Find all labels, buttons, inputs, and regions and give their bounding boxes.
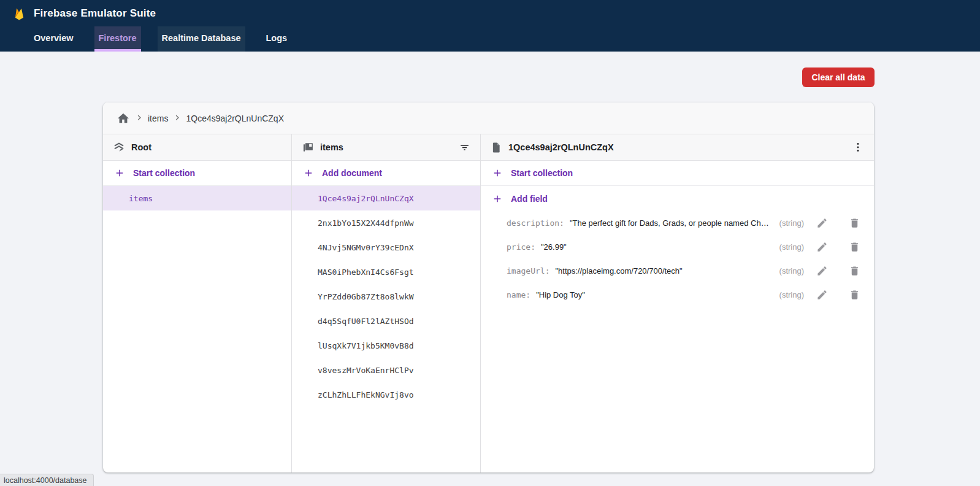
document-list-item[interactable]: zCLhZhLLFhEkNGvIj8vo — [292, 382, 480, 407]
field-type: (string) — [779, 242, 804, 252]
collection-id: items — [129, 194, 153, 203]
firestore-root-icon — [113, 141, 125, 153]
titlebar: Firebase Emulator Suite — [0, 0, 980, 26]
root-panel-title: Root — [131, 142, 151, 152]
nav-tab-label: Logs — [266, 33, 288, 43]
collection-icon — [302, 141, 314, 153]
nav-tab-label: Overview — [34, 33, 74, 43]
document-id: v8veszMrVoKaEnrHClPv — [318, 366, 414, 375]
document-id: lUsqXk7V1jkb5KM0vB8d — [318, 341, 414, 350]
chevron-right-icon — [134, 113, 144, 123]
add-field-button[interactable]: Add field — [481, 186, 874, 211]
breadcrumb-item: items — [134, 113, 168, 123]
document-list-item[interactable]: 1Qce4s9aj2rQLnUnCZqX — [292, 186, 480, 210]
document-list-item[interactable]: 2nx1bYo15X2X44dfpnWw — [292, 210, 480, 235]
plus-icon — [492, 168, 503, 179]
breadcrumb-path: items 1Qce4s9aj2rQLnUnCZqX — [134, 113, 284, 123]
root-panel-header: Root — [103, 134, 291, 161]
field-value: "26.99" — [541, 242, 567, 252]
document-list-item[interactable]: d4q5SqfU0Fl2lAZtHSOd — [292, 309, 480, 333]
collection-list-item[interactable]: items — [103, 186, 291, 210]
filter-icon[interactable] — [457, 141, 472, 155]
document-list-item[interactable]: MAS0iPhebXnI4Cs6Fsgt — [292, 260, 480, 284]
document-id: YrPZdd0Gb87Zt8o8lwkW — [318, 292, 414, 301]
home-icon[interactable] — [117, 112, 130, 125]
document-id: MAS0iPhebXnI4Cs6Fsgt — [318, 268, 414, 277]
field-key: imageUrl — [507, 266, 549, 276]
add-document-button[interactable]: Add document — [292, 161, 480, 186]
field-value: "The perfect gift for Dads, Grads, or pe… — [570, 218, 769, 228]
clear-all-data-button[interactable]: Clear all data — [802, 68, 875, 87]
start-collection-button[interactable]: Start collection — [103, 161, 291, 186]
document-id: d4q5SqfU0Fl2lAZtHSOd — [318, 317, 414, 326]
breadcrumb-link[interactable]: items — [148, 114, 168, 123]
field-type: (string) — [779, 218, 804, 228]
panels: Root Start collection items — [103, 134, 874, 472]
field-row: name "Hip Dog Toy" (string) — [481, 283, 874, 307]
document-id: 2nx1bYo15X2X44dfpnWw — [318, 218, 414, 228]
nav-tab[interactable]: Overview — [29, 26, 78, 52]
collection-panel: items Add document 1Qce4s9aj2rQLnUnCZqX … — [292, 134, 481, 472]
doc-start-collection-button[interactable]: Start collection — [481, 161, 874, 186]
document-icon — [491, 142, 502, 153]
field-key: name — [507, 290, 530, 299]
field-row: imageUrl "https://placeimg.com/720/700/t… — [481, 259, 874, 283]
add-field-label: Add field — [511, 194, 548, 204]
nav-tabs: Overview Firestore Realtime Database Log… — [0, 26, 980, 52]
field-key: description — [507, 218, 564, 228]
edit-field-icon[interactable] — [815, 288, 829, 302]
edit-field-icon[interactable] — [815, 216, 829, 230]
chevron-right-icon — [172, 113, 182, 123]
breadcrumb: items 1Qce4s9aj2rQLnUnCZqX — [103, 102, 874, 134]
field-value: "https://placeimg.com/720/700/tech" — [555, 266, 682, 276]
document-list: 1Qce4s9aj2rQLnUnCZqX 2nx1bYo15X2X44dfpnW… — [292, 186, 480, 407]
field-type: (string) — [779, 266, 804, 276]
collection-panel-header: items — [292, 134, 480, 161]
document-id: zCLhZhLLFhEkNGvIj8vo — [318, 390, 414, 399]
field-value: "Hip Dog Toy" — [536, 290, 585, 299]
start-collection-label: Start collection — [133, 168, 195, 178]
app-header: Firebase Emulator Suite Overview Firesto… — [0, 0, 980, 52]
document-panel-title: 1Qce4s9aj2rQLnUnCZqX — [508, 142, 614, 152]
delete-field-icon[interactable] — [848, 264, 862, 278]
collection-panel-title: items — [320, 142, 343, 152]
document-list-item[interactable]: lUsqXk7V1jkb5KM0vB8d — [292, 333, 480, 358]
root-panel: Root Start collection items — [103, 134, 292, 472]
edit-field-icon[interactable] — [815, 264, 829, 278]
plus-icon — [492, 193, 503, 204]
browser-status-bubble: localhost:4000/database — [0, 474, 94, 486]
document-list-item[interactable]: 4NJvj5NGMv0rY39cEDnX — [292, 235, 480, 260]
document-list-item[interactable]: v8veszMrVoKaEnrHClPv — [292, 358, 480, 382]
nav-tab[interactable]: Firestore — [94, 26, 141, 52]
nav-tab[interactable]: Realtime Database — [158, 26, 245, 52]
kebab-menu-icon[interactable] — [851, 140, 865, 155]
document-panel-header: 1Qce4s9aj2rQLnUnCZqX — [481, 134, 874, 161]
field-type: (string) — [779, 290, 804, 299]
document-panel: 1Qce4s9aj2rQLnUnCZqX Start collection — [481, 134, 874, 472]
document-id: 4NJvj5NGMv0rY39cEDnX — [318, 243, 414, 252]
nav-tab[interactable]: Logs — [262, 26, 292, 52]
document-id: 1Qce4s9aj2rQLnUnCZqX — [318, 194, 414, 203]
field-row: description "The perfect gift for Dads, … — [481, 211, 874, 235]
breadcrumb-link[interactable]: 1Qce4s9aj2rQLnUnCZqX — [186, 114, 284, 123]
firebase-logo-icon — [12, 6, 26, 20]
edit-field-icon[interactable] — [815, 240, 829, 254]
app-title: Firebase Emulator Suite — [34, 7, 156, 20]
nav-tab-label: Firestore — [99, 33, 137, 43]
plus-icon — [114, 168, 125, 179]
add-document-label: Add document — [322, 168, 382, 178]
field-key: price — [507, 242, 535, 252]
delete-field-icon[interactable] — [848, 288, 862, 302]
document-list-item[interactable]: YrPZdd0Gb87Zt8o8lwkW — [292, 284, 480, 309]
doc-start-collection-label: Start collection — [511, 168, 573, 178]
nav-tab-label: Realtime Database — [162, 33, 241, 43]
collection-list: items — [103, 186, 291, 210]
delete-field-icon[interactable] — [848, 240, 862, 254]
breadcrumb-item: 1Qce4s9aj2rQLnUnCZqX — [172, 113, 284, 123]
field-row: price "26.99" (string) — [481, 235, 874, 259]
plus-icon — [303, 168, 314, 179]
field-list: description "The perfect gift for Dads, … — [481, 211, 874, 307]
firestore-card: items 1Qce4s9aj2rQLnUnCZqX Root — [103, 102, 874, 472]
delete-field-icon[interactable] — [848, 216, 862, 230]
